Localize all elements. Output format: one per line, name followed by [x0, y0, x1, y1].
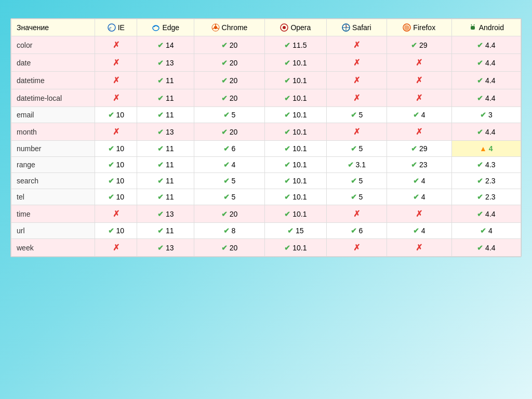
cell-safari: ✗	[326, 36, 387, 54]
version-value: 4	[488, 227, 493, 235]
version-value: 5	[358, 193, 363, 201]
table-row: color✗✔ 14✔ 20✔ 11.5✗✔ 29✔ 4.4	[11, 36, 521, 54]
version-value: 4	[489, 144, 493, 153]
cell-chrome: ✔ 5	[194, 189, 264, 205]
checkmark-icon: ✔	[284, 41, 290, 49]
cell-attr: tel	[11, 189, 95, 205]
checkmark-icon: ✔	[413, 177, 419, 185]
checkmark-icon: ✔	[223, 111, 230, 119]
version-value: 4.4	[485, 210, 495, 218]
version-value: 2.3	[485, 193, 495, 201]
table-row: search✔ 10✔ 11✔ 5✔ 10.1✔ 5✔ 4✔ 2.3	[11, 173, 521, 189]
version-value: 23	[419, 161, 428, 169]
table-row: email✔ 10✔ 11✔ 5✔ 10.1✔ 5✔ 4✔ 3	[11, 107, 521, 123]
version-value: 10	[116, 177, 124, 185]
cell-android: ✔ 4.4	[451, 123, 521, 141]
unsupported-icon: ✗	[416, 58, 422, 67]
cell-opera: ✔ 10.1	[264, 239, 326, 257]
cell-edge: ✔ 11	[137, 89, 194, 107]
table-row: week✗✔ 13✔ 20✔ 10.1✗✗✔ 4.4	[11, 239, 521, 257]
version-value: 10	[116, 227, 124, 235]
cell-firefox: ✔ 4	[387, 189, 451, 205]
cell-opera: ✔ 11.5	[264, 36, 326, 54]
cell-chrome: ✔ 4	[194, 157, 264, 173]
version-value: 3	[488, 111, 493, 119]
checkmark-icon: ✔	[351, 227, 357, 235]
checkmark-icon: ✔	[477, 193, 483, 201]
version-value: 5	[358, 177, 363, 185]
checkmark-icon: ✔	[223, 193, 230, 201]
unsupported-icon: ✗	[353, 76, 360, 85]
unsupported-icon: ✗	[353, 58, 360, 67]
cell-attr: month	[11, 123, 95, 141]
version-value: 20	[230, 244, 238, 252]
checkmark-icon: ✔	[480, 111, 486, 119]
checkmark-icon: ✔	[221, 41, 228, 49]
table-body: color✗✔ 14✔ 20✔ 11.5✗✔ 29✔ 4.4date✗✔ 13✔…	[11, 36, 521, 257]
checkmark-icon: ✔	[284, 94, 290, 102]
cell-attr: datetime	[11, 72, 95, 89]
version-value: 4	[421, 193, 425, 201]
cell-safari: ✗	[326, 205, 387, 223]
version-value: 10.1	[292, 193, 307, 201]
version-value: 14	[166, 41, 174, 49]
cell-chrome: ✔ 20	[194, 72, 264, 89]
version-value: 3.1	[356, 161, 366, 169]
checkmark-icon: ✔	[221, 210, 228, 218]
cell-attr: number	[11, 141, 95, 157]
svg-text:e: e	[109, 25, 112, 31]
checkmark-icon: ✔	[221, 128, 228, 136]
cell-chrome: ✔ 20	[194, 89, 264, 107]
unsupported-icon: ✗	[416, 243, 422, 252]
cell-edge: ✔ 11	[137, 141, 194, 157]
cell-chrome: ✔ 20	[194, 205, 264, 223]
support-table: ЗначениеeIEEdgeChromeOperaSafariFirefoxA…	[11, 19, 521, 257]
cell-safari: ✗	[326, 123, 387, 141]
checkmark-icon: ✔	[284, 144, 290, 153]
col-header-chrome: Chrome	[194, 19, 264, 36]
cell-android: ✔ 4.4	[451, 239, 521, 257]
version-value: 13	[166, 59, 174, 67]
checkmark-icon: ✔	[348, 161, 354, 169]
checkmark-icon: ✔	[480, 227, 486, 235]
unsupported-icon: ✗	[113, 127, 119, 136]
cell-firefox: ✔ 4	[387, 223, 451, 239]
cell-opera: ✔ 10.1	[264, 107, 326, 123]
checkmark-icon: ✔	[287, 227, 294, 235]
cell-firefox: ✔ 23	[387, 157, 451, 173]
checkmark-icon: ✔	[411, 41, 417, 49]
cell-firefox: ✗	[387, 72, 451, 89]
checkmark-icon: ✔	[157, 161, 164, 169]
version-value: 4.4	[485, 59, 495, 67]
unsupported-icon: ✗	[353, 41, 360, 49]
checkmark-icon: ✔	[351, 193, 357, 201]
cell-opera: ✔ 10.1	[264, 54, 326, 72]
cell-android: ✔ 4	[451, 223, 521, 239]
cell-opera: ✔ 10.1	[264, 189, 326, 205]
cell-firefox: ✗	[387, 89, 451, 107]
checkmark-icon: ✔	[351, 177, 357, 185]
version-value: 11	[166, 94, 174, 102]
version-value: 4	[421, 227, 425, 235]
checkmark-icon: ✔	[477, 41, 483, 49]
version-value: 10	[116, 161, 124, 169]
table-row: tel✔ 10✔ 11✔ 5✔ 10.1✔ 5✔ 4✔ 2.3	[11, 189, 521, 205]
version-value: 11.5	[292, 41, 307, 49]
checkmark-icon: ✔	[157, 244, 164, 252]
cell-attr: search	[11, 173, 95, 189]
checkmark-icon: ✔	[157, 59, 164, 67]
cell-chrome: ✔ 20	[194, 239, 264, 257]
unsupported-icon: ✗	[113, 41, 119, 49]
unsupported-icon: ✗	[113, 94, 119, 102]
version-value: 10	[116, 144, 124, 153]
checkmark-icon: ✔	[108, 193, 114, 201]
version-value: 20	[230, 210, 238, 218]
cell-ie: ✗	[95, 89, 137, 107]
svg-point-6	[283, 26, 286, 29]
checkmark-icon: ✔	[284, 128, 290, 136]
checkmark-icon: ✔	[108, 111, 114, 119]
checkmark-icon: ✔	[284, 111, 290, 119]
version-value: 10.1	[292, 177, 307, 185]
checkmark-icon: ✔	[108, 177, 114, 185]
version-value: 20	[230, 94, 238, 102]
